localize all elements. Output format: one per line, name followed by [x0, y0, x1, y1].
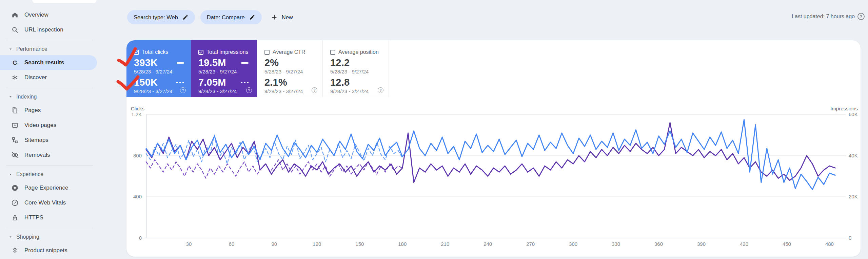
svg-text:Clicks: Clicks [131, 106, 144, 111]
date-range-period1: 5/28/23 - 9/27/24 [134, 69, 191, 74]
sidebar-item-video-pages[interactable]: Video pages [0, 118, 97, 133]
google-g-icon: G [11, 59, 19, 66]
sidebar-divider [6, 165, 93, 166]
svg-text:1.2K: 1.2K [131, 111, 142, 117]
svg-text:330: 330 [612, 241, 620, 247]
performance-chart[interactable]: ClicksImpressions04008001.2K020K40K60K30… [126, 101, 861, 257]
solid-line-legend-mark [241, 62, 249, 64]
sidebar-section-experience[interactable]: Experience [0, 168, 124, 180]
sidebar-item-page-experience[interactable]: Page Experience [0, 180, 97, 195]
page-experience-icon [11, 184, 19, 192]
search-type-filter-chip[interactable]: Search type: Web [127, 10, 195, 24]
sidebar-divider [6, 40, 93, 40]
sidebar-item-label: Core Web Vitals [24, 199, 66, 206]
ctr-value-period1: 2% [264, 58, 279, 68]
svg-text:210: 210 [441, 241, 449, 247]
time-series-chart[interactable]: ClicksImpressions04008001.2K020K40K60K30… [126, 101, 861, 257]
svg-text:60: 60 [229, 241, 235, 247]
date-range-period1: 5/28/23 - 9/27/24 [264, 69, 322, 74]
total-impressions-toggle[interactable]: Total impressions [198, 49, 257, 55]
help-icon[interactable]: ? [857, 13, 865, 20]
card-total-clicks[interactable]: Total clicks 393K 5/28/23 - 9/27/24 150K… [126, 40, 191, 97]
sidebar-item-label: Discover [24, 74, 47, 81]
help-icon[interactable]: ? [180, 87, 186, 93]
impressions-value-period1: 19.5M [198, 58, 226, 68]
clicks-value-period1: 393K [134, 58, 158, 68]
dashed-line-legend-mark [176, 82, 184, 83]
product-snippets-icon [11, 247, 19, 254]
sidebar-section-indexing[interactable]: Indexing [0, 91, 124, 103]
help-icon[interactable]: ? [312, 87, 317, 93]
sidebar-item-overview[interactable]: Overview [0, 7, 97, 22]
svg-text:60K: 60K [849, 111, 858, 117]
sidebar-divider [6, 228, 93, 228]
chevron-down-icon [8, 45, 13, 53]
sidebar: Overview URL inspection Performance G Se… [0, 0, 124, 259]
card-average-position[interactable]: Average position 12.2 5/28/23 - 9/27/24 … [323, 40, 389, 97]
sidebar-item-label: HTTPS [24, 214, 43, 221]
sidebar-item-label: Pages [24, 107, 41, 114]
sidebar-item-search-results[interactable]: G Search results [0, 55, 97, 70]
sidebar-item-url-inspection[interactable]: URL inspection [0, 22, 97, 37]
svg-text:90: 90 [272, 241, 277, 247]
date-filter-chip[interactable]: Date: Compare [200, 10, 262, 24]
pencil-edit-icon [249, 14, 255, 21]
svg-text:390: 390 [697, 241, 706, 247]
sidebar-item-removals[interactable]: Removals [0, 148, 97, 163]
average-position-toggle[interactable]: Average position [330, 49, 389, 55]
metric-cards-row: Total clicks 393K 5/28/23 - 9/27/24 150K… [126, 40, 389, 97]
ctr-value-period2: 2.1% [264, 78, 287, 87]
lock-icon [11, 214, 19, 221]
sidebar-item-pages[interactable]: Pages [0, 103, 97, 118]
toolbar: Search type: Web Date: Compare New [127, 10, 293, 24]
checkbox-checked-icon[interactable] [134, 50, 139, 55]
dashed-line-legend-mark [241, 82, 249, 83]
sidebar-item-label: Product snippets [24, 247, 67, 254]
sidebar-section-performance[interactable]: Performance [0, 43, 124, 55]
date-range-period1: 5/28/23 - 9/27/24 [330, 69, 389, 74]
sitemaps-tree-icon [11, 136, 19, 144]
speedometer-icon [11, 199, 19, 207]
svg-text:450: 450 [783, 241, 791, 247]
svg-text:270: 270 [526, 241, 535, 247]
new-filter-button[interactable]: New [271, 14, 293, 21]
svg-text:480: 480 [825, 241, 834, 247]
position-value-period1: 12.2 [330, 58, 350, 68]
svg-text:300: 300 [569, 241, 577, 247]
discover-asterisk-icon [11, 74, 19, 81]
average-ctr-toggle[interactable]: Average CTR [264, 49, 322, 55]
search-icon [11, 26, 19, 34]
svg-text:420: 420 [740, 241, 748, 247]
svg-text:0: 0 [849, 235, 851, 241]
sidebar-section-shopping[interactable]: Shopping [0, 231, 124, 243]
sidebar-item-product-snippets[interactable]: Product snippets [0, 243, 97, 258]
help-icon[interactable]: ? [378, 87, 383, 93]
svg-text:G: G [13, 59, 17, 66]
checkbox-checked-icon[interactable] [198, 50, 203, 55]
pencil-edit-icon [182, 14, 189, 21]
card-average-ctr[interactable]: Average CTR 2% 5/28/23 - 9/27/24 2.1% 9/… [257, 40, 323, 97]
checkbox-unchecked-icon[interactable] [330, 50, 335, 55]
svg-text:Impressions: Impressions [830, 106, 858, 111]
svg-text:150: 150 [355, 241, 364, 247]
total-clicks-toggle[interactable]: Total clicks [134, 49, 191, 55]
solid-line-legend-mark [177, 62, 184, 64]
sidebar-item-core-web-vitals[interactable]: Core Web Vitals [0, 195, 97, 210]
sidebar-item-sitemaps[interactable]: Sitemaps [0, 133, 97, 148]
help-icon[interactable]: ? [246, 87, 252, 93]
svg-text:120: 120 [313, 241, 321, 247]
impressions-value-period2: 7.05M [198, 78, 226, 87]
svg-text:20K: 20K [849, 194, 858, 199]
sidebar-item-label: URL inspection [24, 26, 63, 33]
svg-text:240: 240 [484, 241, 492, 247]
svg-text:800: 800 [133, 153, 142, 158]
video-pages-icon [11, 122, 19, 129]
checkbox-unchecked-icon[interactable] [264, 50, 270, 55]
eye-off-icon [11, 151, 19, 159]
last-updated-status: Last updated: 7 hours ago ? [792, 13, 865, 20]
sidebar-item-https[interactable]: HTTPS [0, 210, 97, 225]
sidebar-item-discover[interactable]: Discover [0, 70, 97, 85]
position-value-period2: 12.8 [330, 78, 350, 87]
sidebar-item-label: Overview [24, 12, 48, 18]
card-total-impressions[interactable]: Total impressions 19.5M 5/28/23 - 9/27/2… [191, 40, 257, 97]
